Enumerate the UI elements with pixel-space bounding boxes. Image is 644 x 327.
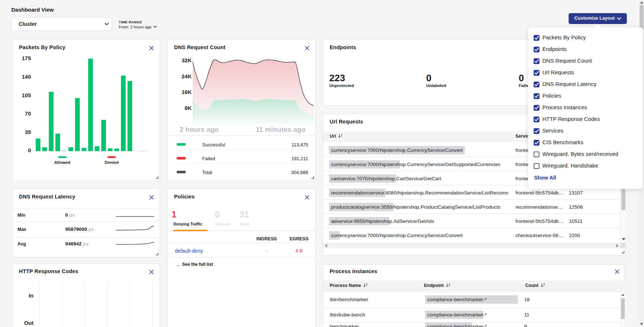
svg-text:191,211: 191,211 bbox=[291, 156, 308, 161]
svg-text:175: 175 bbox=[22, 55, 31, 61]
svg-text:24K: 24K bbox=[181, 73, 192, 79]
svg-text:Out: Out bbox=[24, 320, 34, 326]
svg-text:70: 70 bbox=[25, 110, 31, 117]
svg-text:Failed: Failed bbox=[202, 156, 215, 161]
svg-text:140: 140 bbox=[22, 74, 31, 80]
svg-text:Successful: Successful bbox=[202, 142, 225, 147]
svg-text:8K: 8K bbox=[185, 105, 192, 111]
svg-text:113,475: 113,475 bbox=[291, 142, 308, 147]
svg-text:Total: Total bbox=[202, 170, 212, 175]
svg-text:32K: 32K bbox=[181, 57, 192, 63]
svg-text:Allowed: Allowed bbox=[54, 160, 70, 165]
svg-text:11 minutes ago: 11 minutes ago bbox=[256, 126, 306, 133]
svg-text:Denied: Denied bbox=[105, 160, 118, 165]
svg-text:2 hours ago: 2 hours ago bbox=[180, 126, 219, 133]
svg-text:16K: 16K bbox=[181, 89, 192, 95]
svg-text:304,686: 304,686 bbox=[291, 170, 308, 175]
svg-text:In: In bbox=[29, 292, 34, 299]
svg-text:105: 105 bbox=[22, 92, 31, 98]
svg-text:0: 0 bbox=[28, 147, 31, 153]
svg-text:35: 35 bbox=[25, 129, 31, 135]
